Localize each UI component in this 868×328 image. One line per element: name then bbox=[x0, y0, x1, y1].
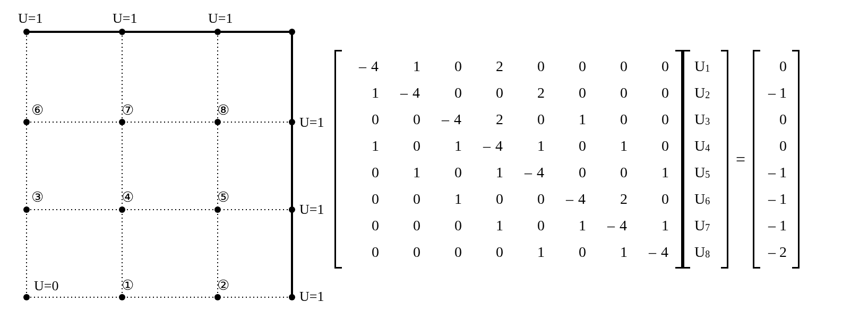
A-8-7: 1 bbox=[591, 239, 633, 265]
A-4-7: 1 bbox=[591, 133, 633, 159]
A-8-1: 0 bbox=[343, 239, 384, 265]
svg-point-16 bbox=[23, 206, 30, 213]
bc-top-0: U=1 bbox=[18, 11, 42, 27]
b-4: 0 bbox=[761, 133, 791, 159]
b-7: – 1 bbox=[761, 212, 791, 239]
node-7: ⑦ bbox=[122, 103, 134, 117]
svg-point-23 bbox=[289, 294, 295, 300]
A-3-4: 2 bbox=[467, 106, 509, 133]
bc-bottom-left: U=0 bbox=[34, 278, 58, 294]
fd-grid-diagram: U=1 U=1 U=1 U=1 U=1 U=1 U=0 ① ② ③ ④ ⑤ ⑥ … bbox=[16, 11, 303, 308]
A-2-6: 0 bbox=[550, 80, 591, 106]
A-3-6: 1 bbox=[550, 106, 591, 133]
b-3: 0 bbox=[761, 106, 791, 133]
A-1-6: 0 bbox=[550, 53, 591, 80]
U-7: U7 bbox=[691, 212, 720, 239]
A-1-8: 0 bbox=[633, 53, 674, 80]
svg-point-12 bbox=[23, 119, 30, 125]
A-2-3: 0 bbox=[426, 80, 467, 106]
A-8-5: 1 bbox=[509, 239, 550, 265]
svg-point-20 bbox=[23, 294, 30, 300]
A-1-7: 0 bbox=[591, 53, 633, 80]
A-4-4: – 4 bbox=[467, 133, 509, 159]
A-6-8: 0 bbox=[633, 186, 674, 212]
U-8: U8 bbox=[691, 239, 720, 265]
A-1-3: 0 bbox=[426, 53, 467, 80]
node-3: ③ bbox=[31, 191, 44, 204]
A-6-5: 0 bbox=[509, 186, 550, 212]
A-4-8: 0 bbox=[633, 133, 674, 159]
matrix-A: – 410200001– 400200000– 420100101– 41010… bbox=[334, 50, 683, 269]
A-3-8: 0 bbox=[633, 106, 674, 133]
node-8: ⑧ bbox=[217, 103, 229, 117]
A-7-6: 1 bbox=[550, 212, 591, 239]
A-6-6: – 4 bbox=[550, 186, 591, 212]
A-7-7: – 4 bbox=[591, 212, 633, 239]
A-8-8: – 4 bbox=[633, 239, 674, 265]
A-1-2: 1 bbox=[384, 53, 426, 80]
U-3: U3 bbox=[691, 106, 720, 133]
bc-right-1: U=1 bbox=[299, 202, 324, 218]
svg-point-11 bbox=[289, 29, 295, 35]
A-8-6: 0 bbox=[550, 239, 591, 265]
A-7-4: 1 bbox=[467, 212, 509, 239]
svg-point-14 bbox=[214, 119, 221, 125]
A-3-1: 0 bbox=[343, 106, 384, 133]
A-1-1: – 4 bbox=[343, 53, 384, 80]
svg-point-22 bbox=[214, 294, 221, 300]
U-2: U2 bbox=[691, 80, 720, 106]
A-5-5: – 4 bbox=[509, 159, 550, 186]
U-4: U4 bbox=[691, 133, 720, 159]
svg-point-8 bbox=[23, 29, 30, 35]
A-2-2: – 4 bbox=[384, 80, 426, 106]
node-6: ⑥ bbox=[31, 103, 44, 117]
A-4-3: 1 bbox=[426, 133, 467, 159]
A-3-2: 0 bbox=[384, 106, 426, 133]
A-5-2: 1 bbox=[384, 159, 426, 186]
svg-point-13 bbox=[119, 119, 125, 125]
A-6-7: 2 bbox=[591, 186, 633, 212]
U-5: U5 bbox=[691, 159, 720, 186]
A-5-3: 0 bbox=[426, 159, 467, 186]
A-1-5: 0 bbox=[509, 53, 550, 80]
A-7-1: 0 bbox=[343, 212, 384, 239]
A-4-2: 0 bbox=[384, 133, 426, 159]
vector-U: U1U2U3U4U5U6U7U8 bbox=[683, 50, 728, 269]
bc-right-2: U=1 bbox=[299, 289, 324, 305]
node-2: ② bbox=[217, 279, 229, 292]
equals-sign: = bbox=[728, 150, 753, 169]
A-2-4: 0 bbox=[467, 80, 509, 106]
bc-top-2: U=1 bbox=[208, 11, 233, 27]
b-1: 0 bbox=[761, 53, 791, 80]
U-6: U6 bbox=[691, 186, 720, 212]
b-8: – 2 bbox=[761, 239, 791, 265]
node-1: ① bbox=[122, 279, 134, 292]
A-6-1: 0 bbox=[343, 186, 384, 212]
A-3-5: 0 bbox=[509, 106, 550, 133]
b-6: – 1 bbox=[761, 186, 791, 212]
svg-point-17 bbox=[119, 206, 125, 213]
linear-system-equation: – 410200001– 400200000– 420100101– 41010… bbox=[334, 50, 800, 269]
A-8-4: 0 bbox=[467, 239, 509, 265]
A-5-7: 0 bbox=[591, 159, 633, 186]
A-5-1: 0 bbox=[343, 159, 384, 186]
A-7-8: 1 bbox=[633, 212, 674, 239]
vector-b: 0– 100– 1– 1– 1– 2 bbox=[753, 50, 800, 269]
svg-point-19 bbox=[289, 206, 295, 213]
A-3-7: 0 bbox=[591, 106, 633, 133]
A-6-4: 0 bbox=[467, 186, 509, 212]
U-1: U1 bbox=[691, 53, 720, 80]
A-2-7: 0 bbox=[591, 80, 633, 106]
node-4: ④ bbox=[122, 191, 134, 204]
svg-point-10 bbox=[214, 29, 221, 35]
A-5-4: 1 bbox=[467, 159, 509, 186]
b-5: – 1 bbox=[761, 159, 791, 186]
A-7-5: 0 bbox=[509, 212, 550, 239]
bc-right-0: U=1 bbox=[299, 115, 324, 131]
svg-point-9 bbox=[119, 29, 125, 35]
A-8-3: 0 bbox=[426, 239, 467, 265]
A-4-5: 1 bbox=[509, 133, 550, 159]
A-1-4: 2 bbox=[467, 53, 509, 80]
node-5: ⑤ bbox=[217, 191, 229, 204]
A-6-2: 0 bbox=[384, 186, 426, 212]
